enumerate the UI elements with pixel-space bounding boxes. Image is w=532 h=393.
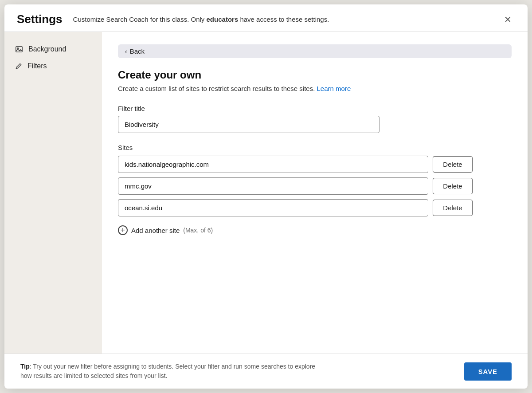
delete-button-1[interactable]: Delete	[433, 156, 473, 173]
max-label: (Max, of 6)	[183, 227, 213, 234]
image-icon	[15, 45, 23, 53]
plus-circle-icon: +	[118, 225, 128, 235]
delete-button-2[interactable]: Delete	[433, 178, 473, 194]
svg-rect-0	[16, 47, 22, 52]
sidebar-filters-label: Filters	[27, 62, 47, 70]
section-description: Create a custom list of sites to restric…	[118, 85, 512, 92]
site-row-3: Delete	[118, 199, 512, 216]
site-input-3[interactable]	[118, 199, 428, 216]
site-input-2[interactable]	[118, 177, 428, 195]
save-button[interactable]: SAVE	[464, 362, 512, 381]
learn-more-link[interactable]: Learn more	[317, 85, 351, 92]
header-left: Settings Customize Search Coach for this…	[17, 12, 329, 26]
site-row-1: Delete	[118, 156, 512, 173]
site-row-2: Delete	[118, 177, 512, 195]
sidebar-item-filters[interactable]: Filters	[4, 58, 102, 75]
site-input-1[interactable]	[118, 156, 428, 173]
delete-button-3[interactable]: Delete	[433, 200, 473, 216]
filter-title-input[interactable]	[118, 116, 379, 133]
settings-dialog: Settings Customize Search Coach for this…	[4, 4, 528, 389]
sites-label: Sites	[118, 144, 512, 151]
add-site-button[interactable]: + Add another site (Max, of 6)	[118, 224, 512, 237]
main-content: ‹ Back Create your own Create a custom l…	[102, 32, 528, 354]
sidebar: Background Filters	[4, 32, 102, 354]
chevron-left-icon: ‹	[125, 48, 127, 55]
dialog-footer: Tip: Try out your new filter before assi…	[4, 354, 528, 389]
dialog-header: Settings Customize Search Coach for this…	[4, 4, 528, 32]
sidebar-background-label: Background	[28, 45, 66, 53]
back-button[interactable]: ‹ Back	[118, 44, 512, 58]
dialog-title: Settings	[17, 12, 63, 26]
filter-title-label: Filter title	[118, 105, 512, 112]
header-description: Customize Search Coach for this class. O…	[73, 16, 329, 23]
add-site-label: Add another site	[131, 227, 180, 234]
sidebar-item-background[interactable]: Background	[4, 41, 102, 58]
tip-text: Tip: Try out your new filter before assi…	[20, 362, 322, 381]
pencil-icon	[15, 63, 22, 70]
close-button[interactable]: ✕	[501, 13, 515, 26]
dialog-body: Background Filters ‹ Back Create your ow…	[4, 32, 528, 354]
section-title: Create your own	[118, 69, 512, 81]
